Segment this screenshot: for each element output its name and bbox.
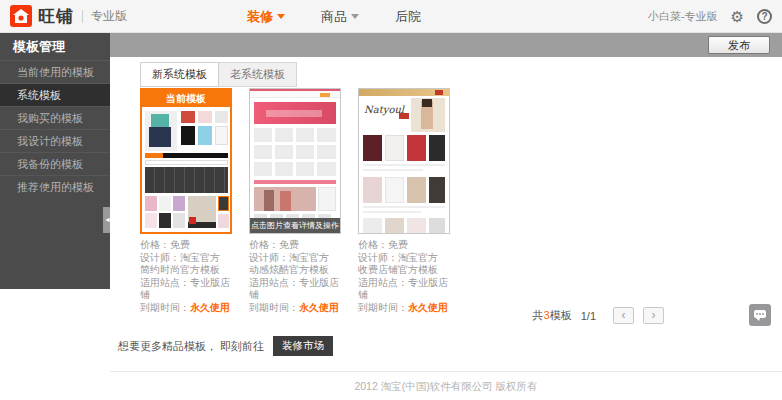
- sidebar-title: 模板管理: [0, 33, 110, 60]
- logo-text: 旺铺: [38, 0, 74, 33]
- meta-designer: 设计师：淘宝官方: [358, 252, 450, 265]
- sidebar-item-recommended-templates[interactable]: 推荐使用的模板: [0, 175, 110, 198]
- prev-page-icon[interactable]: ‹: [613, 307, 634, 324]
- template-card: 点击图片查看详情及操作 价格：免费 设计师：淘宝官方 动感炫酷官方模板 适用站点…: [249, 88, 341, 314]
- template-tabs: 新系统模板 老系统模板: [140, 62, 297, 87]
- gear-icon[interactable]: ⚙: [731, 8, 744, 26]
- top-bar: 旺铺 专业版 装修 商品 后院 小白菜-专业版 ⚙ ?: [0, 0, 782, 33]
- meta-site: 适用站点：专业版店铺: [249, 277, 341, 302]
- sidebar: 模板管理 当前使用的模板 系统模板 我购买的模板 我设计的模板 我备份的模板 推…: [0, 33, 110, 289]
- meta-site: 适用站点：专业版店铺: [140, 277, 232, 302]
- nav-item-backyard[interactable]: 后院: [395, 8, 421, 26]
- main-nav: 装修 商品 后院: [247, 0, 421, 33]
- meta-designer: 设计师：淘宝官方: [140, 252, 232, 265]
- meta-site: 适用站点：专业版店铺: [358, 277, 450, 302]
- wangpu-logo-icon[interactable]: [10, 5, 32, 27]
- page-indicator: 1/1: [581, 310, 596, 322]
- wangpu-admin-screen: 旺铺 专业版 装修 商品 后院 小白菜-专业版 ⚙ ? 模板管理 当前使用的模板…: [0, 0, 782, 400]
- template-preview-image[interactable]: 当前模板: [140, 88, 232, 234]
- sidebar-item-purchased-templates[interactable]: 我购买的模板: [0, 106, 110, 129]
- promo-text: 想要更多精品模板， 即刻前往: [118, 339, 264, 354]
- main-content: 新系统模板 老系统模板 当前模板: [110, 57, 782, 400]
- template-card: Natyoul 价格：免费 设计师：淘宝官方 收费店铺官方模板 适用站点：专业版…: [358, 88, 450, 314]
- chevron-down-icon: [351, 14, 359, 19]
- copyright-text: 2012 淘宝(中国)软件有限公司 版权所有: [110, 380, 782, 394]
- nav-item-decorate[interactable]: 装修: [247, 8, 285, 26]
- topbar-right: 小白菜-专业版 ⚙ ?: [648, 0, 772, 33]
- help-icon[interactable]: ?: [757, 9, 772, 24]
- nav-label: 装修: [247, 8, 273, 26]
- template-card-list: 当前模板: [140, 88, 450, 314]
- footer: 2012 淘宝(中国)软件有限公司 版权所有: [110, 371, 782, 394]
- sidebar-item-designed-templates[interactable]: 我设计的模板: [0, 129, 110, 152]
- template-count: 共3模板: [533, 308, 572, 323]
- meta-price: 价格：免费: [249, 239, 341, 252]
- edition-label: 专业版: [91, 0, 127, 33]
- meta-price: 价格：免费: [358, 239, 450, 252]
- action-strip: 发布: [110, 33, 782, 57]
- meta-expire: 到期时间：永久使用: [140, 302, 232, 315]
- chevron-down-icon: [277, 14, 285, 19]
- publish-button[interactable]: 发布: [708, 36, 770, 54]
- preview-hover-overlay: 点击图片查看详情及操作: [250, 218, 340, 233]
- nav-item-products[interactable]: 商品: [321, 8, 359, 26]
- template-meta: 价格：免费 设计师：淘宝官方 动感炫酷官方模板 适用站点：专业版店铺 到期时间：…: [249, 239, 341, 314]
- meta-expire: 到期时间：永久使用: [358, 302, 450, 315]
- feedback-button[interactable]: [749, 304, 771, 326]
- template-card: 当前模板: [140, 88, 232, 314]
- meta-expire: 到期时间：永久使用: [249, 302, 341, 315]
- nav-label: 商品: [321, 8, 347, 26]
- tab-old-system-templates[interactable]: 老系统模板: [219, 62, 297, 87]
- user-name[interactable]: 小白菜-专业版: [648, 9, 718, 24]
- chat-bubble-icon: [754, 310, 766, 318]
- sidebar-item-current-template[interactable]: 当前使用的模板: [0, 60, 110, 83]
- meta-desc: 收费店铺官方模板: [358, 264, 450, 277]
- current-template-badge: 当前模板: [142, 90, 230, 107]
- meta-price: 价格：免费: [140, 239, 232, 252]
- tab-new-system-templates[interactable]: 新系统模板: [140, 62, 219, 87]
- promo-row: 想要更多精品模板， 即刻前往 装修市场: [118, 336, 333, 356]
- preview-brand-text: Natyoul: [364, 104, 404, 115]
- meta-desc: 简约时尚官方模板: [140, 264, 232, 277]
- nav-label: 后院: [395, 8, 421, 26]
- pagination: 共3模板 1/1 ‹ ›: [533, 307, 664, 324]
- meta-desc: 动感炫酷官方模板: [249, 264, 341, 277]
- sidebar-item-system-templates[interactable]: 系统模板: [0, 83, 110, 106]
- template-meta: 价格：免费 设计师：淘宝官方 简约时尚官方模板 适用站点：专业版店铺 到期时间：…: [140, 239, 232, 314]
- template-meta: 价格：免费 设计师：淘宝官方 收费店铺官方模板 适用站点：专业版店铺 到期时间：…: [358, 239, 450, 314]
- decoration-market-button[interactable]: 装修市场: [273, 336, 333, 356]
- sidebar-item-backup-templates[interactable]: 我备份的模板: [0, 152, 110, 175]
- topbar-divider: [82, 10, 83, 23]
- template-preview-image[interactable]: Natyoul: [358, 88, 450, 234]
- meta-designer: 设计师：淘宝官方: [249, 252, 341, 265]
- template-preview-image[interactable]: 点击图片查看详情及操作: [249, 88, 341, 234]
- next-page-icon[interactable]: ›: [643, 307, 664, 324]
